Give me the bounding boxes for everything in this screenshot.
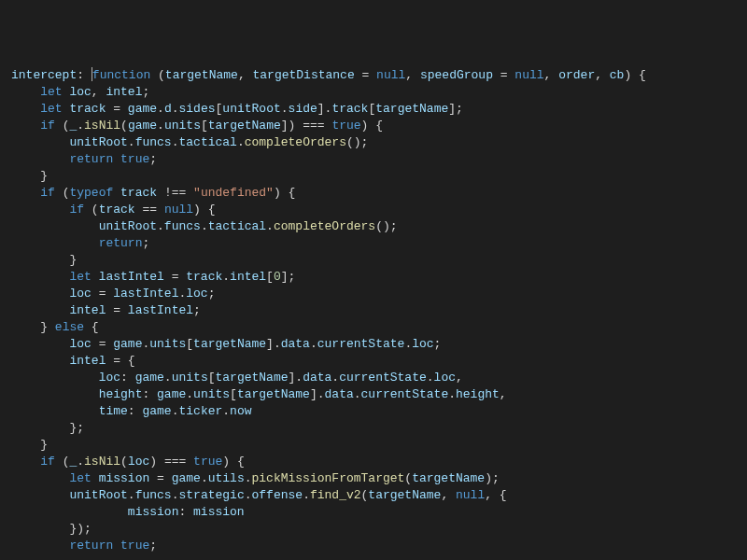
token-pun: [	[266, 270, 274, 284]
token-ident: game	[172, 471, 201, 485]
token-ident: track	[120, 186, 157, 200]
token-kw: if	[40, 455, 55, 469]
token-pun: .	[310, 337, 317, 351]
token-ident: lastIntel	[99, 270, 164, 284]
token-ident: targetName	[165, 68, 238, 82]
token-ident: unitRoot	[99, 219, 157, 233]
token-num: 0	[274, 270, 281, 284]
token-pun: ;	[142, 236, 149, 250]
token-ident: intel	[69, 303, 106, 317]
token-pun: .	[331, 371, 339, 385]
token-ident: game	[128, 102, 157, 116]
code-line[interactable]: mission: mission	[11, 504, 736, 521]
token-ident: d	[164, 102, 172, 116]
token-pun: );	[485, 471, 500, 485]
token-ident: lastIntel	[128, 303, 193, 317]
token-ident: sides	[179, 102, 216, 116]
code-line[interactable]: intel = {	[11, 353, 736, 370]
code-line[interactable]: }	[11, 168, 736, 185]
token-pun	[92, 471, 99, 485]
token-pun: .	[157, 102, 164, 116]
code-line[interactable]: unitRoot.funcs.tactical.completeOrders()…	[11, 134, 736, 151]
indent	[11, 387, 99, 401]
code-line[interactable]: let loc, intel;	[11, 84, 736, 101]
token-ident: game	[113, 337, 142, 351]
code-line[interactable]: let mission = game.utils.pickMissionFrom…	[11, 470, 736, 487]
indent	[11, 203, 69, 217]
token-pun: =	[106, 303, 127, 317]
token-ident: track	[331, 102, 368, 116]
token-pun: .	[448, 387, 456, 401]
token-pun: .	[303, 488, 310, 502]
token-pun: {	[84, 320, 99, 334]
token-ident: tactical	[178, 135, 236, 149]
code-line[interactable]: if (track == null) {	[11, 202, 736, 218]
code-line[interactable]: intel = lastIntel;	[11, 302, 736, 319]
token-pun	[113, 186, 120, 200]
token-ident: targetName	[237, 387, 310, 401]
code-line[interactable]: if (_.isNil(game.units[targetName]) === …	[11, 118, 736, 134]
token-kw: else	[55, 320, 84, 334]
token-pun: ) {	[274, 186, 295, 200]
token-ident: loc	[434, 371, 456, 385]
code-line[interactable]: } else {	[11, 319, 736, 336]
token-pun: .	[157, 119, 164, 133]
token-ident: units	[193, 387, 230, 401]
token-kw: true	[193, 455, 222, 469]
token-pun: .	[77, 119, 84, 133]
token-fn: isNil	[84, 119, 120, 133]
token-kw: if	[69, 203, 84, 217]
token-fn: isNil	[84, 455, 120, 469]
token-pun: ) {	[193, 203, 215, 217]
indent	[11, 135, 69, 149]
code-line[interactable]: }	[11, 252, 736, 269]
token-kw: let	[69, 270, 91, 284]
token-pun: }	[40, 438, 48, 452]
token-ident: track	[186, 270, 222, 284]
code-line[interactable]: height: game.units[targetName].data.curr…	[11, 386, 736, 403]
code-line[interactable]: let track = game.d.sides[unitRoot.side].…	[11, 101, 736, 118]
code-line[interactable]: }	[11, 437, 736, 454]
token-ident: unitRoot	[69, 135, 127, 149]
token-ident: mission	[128, 505, 179, 519]
code-line[interactable]: return;	[11, 235, 736, 252]
code-line[interactable]: return true;	[11, 151, 736, 168]
code-line[interactable]: };	[11, 420, 736, 437]
code-editor[interactable]: intercept: function (targetName, targetD…	[0, 67, 747, 560]
code-line[interactable]: let lastIntel = track.intel[0];	[11, 269, 736, 286]
token-pun: :	[77, 68, 92, 82]
code-line[interactable]: time: game.ticker.now	[11, 403, 736, 420]
indent	[11, 303, 69, 317]
code-line[interactable]: if (_.isNil(loc) === true) {	[11, 454, 736, 470]
token-pun: :	[128, 404, 143, 418]
token-ident: targetName	[193, 337, 266, 351]
code-line[interactable]: loc = game.units[targetName].data.curren…	[11, 336, 736, 353]
code-line[interactable]: if (typeof track !== "undefined") {	[11, 185, 736, 202]
indent	[11, 539, 69, 553]
code-line[interactable]: unitRoot.funcs.strategic.offense.find_v2…	[11, 487, 736, 504]
code-line[interactable]: loc: game.units[targetName].data.current…	[11, 370, 736, 386]
code-line[interactable]: return true;	[11, 538, 736, 554]
token-pun: (	[120, 455, 128, 469]
token-ident: loc	[69, 85, 91, 99]
token-fn: find_v2	[310, 488, 361, 502]
token-fn: completeOrders	[274, 219, 375, 233]
token-ident: funcs	[135, 488, 172, 502]
indent	[11, 186, 40, 200]
code-line[interactable]: loc = lastIntel.loc;	[11, 286, 736, 302]
token-ident: unitRoot	[222, 102, 280, 116]
token-kw: null	[376, 68, 405, 82]
indent	[11, 421, 69, 435]
token-pun: ==	[135, 203, 164, 217]
token-kw: let	[69, 471, 91, 485]
token-ident: game	[142, 404, 171, 418]
code-line[interactable]: intercept: function (targetName, targetD…	[11, 67, 736, 84]
token-pun: =	[493, 68, 514, 82]
indent	[11, 287, 69, 301]
indent	[11, 371, 99, 385]
token-pun: ]) ===	[281, 119, 332, 133]
token-ident: units	[149, 337, 186, 351]
code-line[interactable]: });	[11, 521, 736, 538]
token-pun: .	[237, 135, 245, 149]
code-line[interactable]: unitRoot.funcs.tactical.completeOrders()…	[11, 218, 736, 235]
